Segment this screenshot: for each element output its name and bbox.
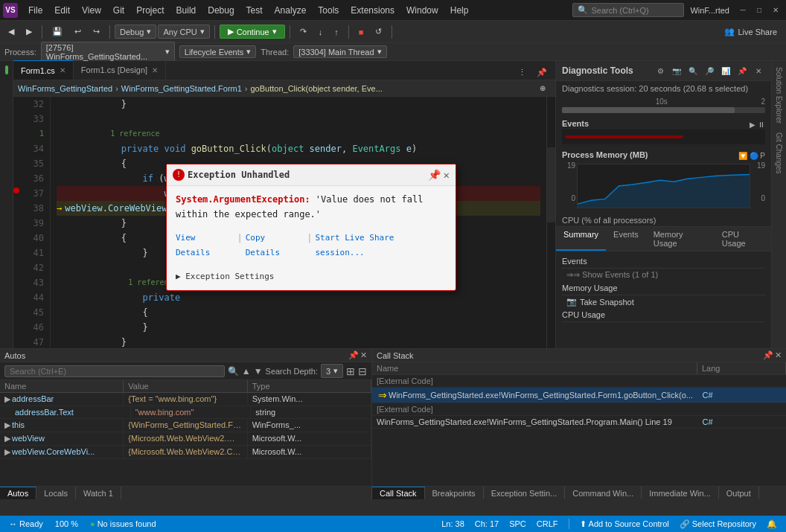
diag-zoom-in-button[interactable]: 🔍 xyxy=(686,64,700,77)
menu-git[interactable]: Git xyxy=(107,4,130,17)
solution-explorer-tab[interactable]: Solution Explorer xyxy=(773,64,785,126)
step-out-button[interactable]: ↑ xyxy=(329,25,344,39)
events-detail[interactable]: ⇒⇒ Show Events (1 of 1) xyxy=(562,269,765,281)
table-row[interactable]: ▶this {WinForms_GettingStarted.Form1, Te… xyxy=(0,419,371,432)
menu-test[interactable]: Test xyxy=(240,4,269,17)
diag-pin-button[interactable]: 📌 xyxy=(735,64,749,77)
tab-immediate-window[interactable]: Immediate Win... xyxy=(642,487,719,499)
diag-chart-button[interactable]: 📊 xyxy=(719,64,732,77)
tab-locals[interactable]: Locals xyxy=(36,487,76,499)
tab-output[interactable]: Output xyxy=(719,487,759,499)
process-dropdown[interactable]: [27576] WinForms_GettingStarted... ▾ xyxy=(41,42,175,63)
menu-extensions[interactable]: Extensions xyxy=(345,4,400,17)
menu-window[interactable]: Window xyxy=(400,4,444,17)
menu-file[interactable]: File xyxy=(22,4,48,17)
tab-command-window[interactable]: Command Win... xyxy=(565,487,642,499)
undo-button[interactable]: ↩ xyxy=(69,25,86,39)
continue-button[interactable]: ▶ Continue ▾ xyxy=(220,25,285,39)
diag-tab-summary[interactable]: Summary xyxy=(556,227,606,251)
diag-memory-row[interactable]: Memory Usage xyxy=(562,281,765,295)
stop-button[interactable]: ■ xyxy=(354,25,369,39)
nav-forward-button[interactable]: ▶ xyxy=(21,25,37,39)
menu-view[interactable]: View xyxy=(76,4,107,17)
exception-settings-expander[interactable]: ▶ Exception Settings xyxy=(167,266,456,290)
status-zoom[interactable]: 100 % xyxy=(52,519,81,528)
tab-form1cs-design[interactable]: Form1.cs [Design] ✕ xyxy=(74,60,166,80)
menu-edit[interactable]: Edit xyxy=(48,4,76,17)
expand-all-button[interactable]: ⊞ xyxy=(346,365,355,377)
status-ch[interactable]: Ch: 17 xyxy=(472,519,502,528)
lifecycle-dropdown[interactable]: Lifecycle Events ▾ xyxy=(179,45,256,58)
copy-details-link[interactable]: Copy Details xyxy=(246,231,304,260)
close-button[interactable]: ✕ xyxy=(768,3,783,18)
add-to-source-control-button[interactable]: ⬆ Add to Source Control xyxy=(577,519,672,529)
search-depth-dropdown[interactable]: 3 ▾ xyxy=(321,364,343,378)
menu-tools[interactable]: Tools xyxy=(312,4,345,17)
tab-form1cs[interactable]: Form1.cs ✕ xyxy=(13,60,74,80)
callstack-row[interactable]: WinForms_GettingStarted.exe!WinForms_Get… xyxy=(372,416,786,429)
collapse-all-button[interactable]: ⊟ xyxy=(358,365,367,377)
diag-capture-button[interactable]: 📷 xyxy=(670,64,683,77)
autos-close-button[interactable]: ✕ xyxy=(360,350,367,360)
status-ready[interactable]: ↔ Ready xyxy=(6,519,46,528)
view-details-link[interactable]: View Details xyxy=(176,231,234,260)
restore-button[interactable]: □ xyxy=(752,3,767,18)
tab-close-icon[interactable]: ✕ xyxy=(60,66,66,74)
tab-exception-settings[interactable]: Exception Settin... xyxy=(484,487,566,499)
table-row[interactable]: addressBar.Text "www.bing.com" string xyxy=(0,406,371,419)
minimize-button[interactable]: ─ xyxy=(735,3,750,18)
notification-button[interactable]: 🔔 xyxy=(764,519,780,529)
live-share-link[interactable]: Start Live Share session... xyxy=(315,231,447,260)
git-changes-tab[interactable]: Git Changes xyxy=(773,129,785,177)
restart-button[interactable]: ↺ xyxy=(370,25,387,39)
tab-callstack[interactable]: Call Stack xyxy=(372,487,425,499)
save-button[interactable]: 💾 xyxy=(47,25,68,39)
menu-analyze[interactable]: Analyze xyxy=(269,4,313,17)
diag-tab-cpu[interactable]: CPU Usage xyxy=(715,227,771,251)
status-spc[interactable]: SPC xyxy=(506,519,529,528)
diag-events-row[interactable]: Events xyxy=(562,254,765,269)
callstack-row[interactable]: [External Code] xyxy=(372,375,786,388)
redo-button[interactable]: ↪ xyxy=(88,25,105,39)
diag-tab-events[interactable]: Events xyxy=(606,227,646,251)
menu-debug[interactable]: Debug xyxy=(202,4,240,17)
callstack-close-button[interactable]: ✕ xyxy=(775,350,782,360)
breadcrumb-expand-icon[interactable]: ⊕ xyxy=(534,82,551,94)
menu-help[interactable]: Help xyxy=(444,4,475,17)
status-issues[interactable]: ● No issues found xyxy=(87,519,159,528)
status-ln[interactable]: Ln: 38 xyxy=(438,519,467,528)
autos-search-input[interactable] xyxy=(4,365,225,377)
status-crlf[interactable]: CRLF xyxy=(534,519,561,528)
tab-breakpoints[interactable]: Breakpoints xyxy=(425,487,484,499)
callstack-row-current[interactable]: ⇒ WinForms_GettingStarted.exe!WinForms_G… xyxy=(372,388,786,403)
diag-tab-memory[interactable]: Memory Usage xyxy=(646,227,715,251)
snapshot-row[interactable]: 📷 Take Snapshot xyxy=(562,295,765,308)
callstack-pin-button[interactable]: 📌 xyxy=(763,350,773,360)
live-share-button[interactable]: 👥 Live Share xyxy=(718,25,783,38)
autos-pin-button[interactable]: 📌 xyxy=(348,350,359,360)
menu-build[interactable]: Build xyxy=(170,4,202,17)
select-repository-button[interactable]: 🔗 Select Repository xyxy=(677,519,759,529)
tab-watch1[interactable]: Watch 1 xyxy=(76,487,121,499)
global-search[interactable]: 🔍 Search (Ctrl+Q) xyxy=(572,3,684,17)
menu-project[interactable]: Project xyxy=(130,4,170,17)
diag-close-button[interactable]: ✕ xyxy=(752,64,765,77)
close-exception-button[interactable]: ✕ xyxy=(444,167,450,182)
step-into-button[interactable]: ↓ xyxy=(313,25,328,39)
cpu-dropdown[interactable]: Any CPU ▾ xyxy=(158,25,209,39)
editor-pin-button[interactable]: 📌 xyxy=(531,65,552,80)
pin-exception-button[interactable]: 📌 xyxy=(428,167,441,182)
diag-cpu-row[interactable]: CPU Usage xyxy=(562,308,765,322)
tab-design-close-icon[interactable]: ✕ xyxy=(152,66,158,74)
table-row[interactable]: ▶addressBar {Text = "www.bing.com"} Syst… xyxy=(0,393,371,406)
debug-dropdown[interactable]: Debug ▾ xyxy=(115,25,156,39)
scrollbar-minimap[interactable] xyxy=(546,97,555,348)
nav-back-button[interactable]: ◀ xyxy=(3,25,19,39)
thread-dropdown[interactable]: [33304] Main Thread ▾ xyxy=(293,45,386,58)
tab-autos[interactable]: Autos xyxy=(0,487,36,499)
table-row[interactable]: ▶webView {Microsoft.Web.WebView2.WinForm… xyxy=(0,432,371,446)
next-result-icon[interactable]: ▼ xyxy=(254,366,263,376)
table-row[interactable]: ▶webView.CoreWebVi... {Microsoft.Web.Web… xyxy=(0,446,371,459)
diag-settings-button[interactable]: ⚙ xyxy=(654,64,667,77)
timeline-bar[interactable] xyxy=(562,107,765,113)
